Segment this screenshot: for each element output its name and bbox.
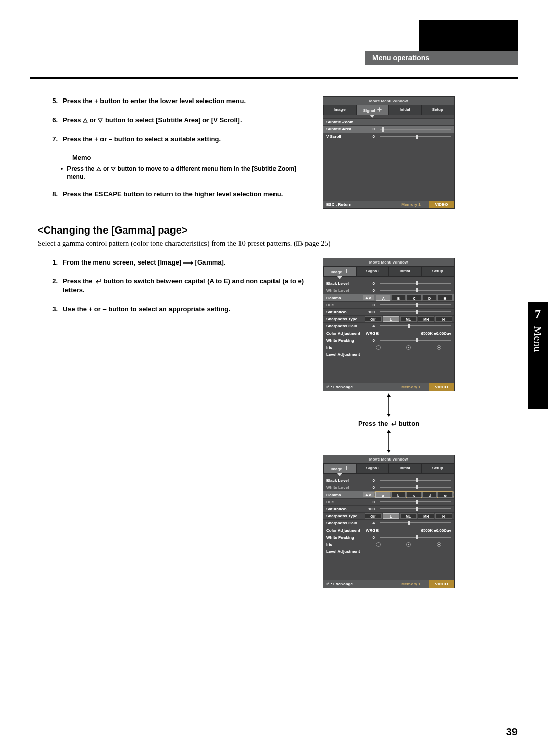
row-sharpness-gain[interactable]: Sharpness Gain4 (323, 322, 454, 330)
tab-image[interactable]: Image (323, 266, 356, 277)
slider[interactable] (380, 325, 451, 326)
section-heading-gamma: <Changing the [Gamma] page> (38, 224, 518, 236)
osd-tabs: Image Signal Initial Setup (323, 266, 454, 277)
row-iris[interactable]: Iris (323, 344, 454, 351)
slider[interactable] (380, 537, 451, 538)
step-7: 7.Press the + or – button to select a su… (49, 135, 307, 144)
row-color-adjustment[interactable]: Color AdjustmentWRGB6500K ±0.000uv (323, 527, 454, 534)
row-v-scroll[interactable]: V Scroll0 (323, 133, 454, 140)
gamma-toggle-badge[interactable]: A a (363, 492, 374, 497)
tab-image[interactable]: Image (323, 105, 356, 115)
tab-signal[interactable]: Signal (356, 463, 389, 474)
row-white-level[interactable]: White Level0 (323, 287, 454, 294)
ca-wrgb: WRGB (366, 331, 379, 336)
tab-signal[interactable]: Signal (356, 105, 389, 115)
tab-setup[interactable]: Setup (422, 463, 455, 474)
slider[interactable] (380, 290, 451, 291)
osd-filler (323, 140, 454, 201)
tab-initial[interactable]: Initial (389, 105, 422, 115)
row-level-adjustment[interactable]: Level Adjustment (323, 548, 454, 555)
row-gamma[interactable]: GammaA aabcde (323, 491, 454, 498)
st-opt[interactable]: Off (365, 316, 382, 322)
gamma-opt[interactable]: A (376, 295, 390, 301)
step-b3: 3.Use the + or – button to select an app… (49, 305, 307, 314)
sharpness-options: OffLMLMHH (363, 513, 454, 519)
footer-video: VIDEO (429, 580, 454, 588)
gamma-opt[interactable]: C (407, 295, 421, 301)
slider[interactable] (380, 136, 451, 137)
st-opt[interactable]: MH (418, 513, 434, 519)
row-sharpness-type[interactable]: Sharpness TypeOffLMLMHH (323, 512, 454, 519)
row-subtitle-zoom[interactable]: Subtitle Zoom (323, 118, 454, 125)
header-section-text: Menu operations (372, 54, 429, 62)
tab-setup[interactable]: Setup (422, 105, 455, 115)
st-opt[interactable]: H (435, 513, 452, 519)
tab-image[interactable]: Image (323, 463, 356, 474)
enter-icon (390, 421, 397, 427)
row-hue[interactable]: Hue0 (323, 301, 454, 308)
gamma-opt[interactable]: B (391, 295, 405, 301)
row-color-adjustment[interactable]: Color AdjustmentWRGB6500K ±0.000uv (323, 330, 454, 337)
tab-setup[interactable]: Setup (422, 266, 455, 277)
ca-k: 6500K ±0.000uv (421, 331, 451, 336)
iris-icon (406, 345, 411, 350)
st-opt[interactable]: ML (400, 513, 417, 519)
gamma-opt[interactable]: a (375, 492, 390, 498)
step-b1: 1.From the menu screen, select [Image] [… (49, 258, 307, 267)
steps-b: 1.From the menu screen, select [Image] [… (49, 258, 307, 314)
iris-icon (437, 345, 441, 350)
gamma-toggle-badge[interactable]: A a (363, 295, 374, 300)
st-opt[interactable]: L (383, 316, 399, 322)
slider[interactable] (380, 487, 451, 488)
ca-k: 6500K ±0.000uv (421, 528, 451, 533)
osd-filler (323, 555, 454, 580)
st-opt[interactable]: MH (418, 316, 434, 322)
tab-signal[interactable]: Signal (356, 266, 389, 277)
gamma-opt[interactable]: e (438, 492, 453, 498)
gamma-opt[interactable]: D (422, 295, 436, 301)
gamma-opt[interactable]: d (422, 492, 437, 498)
row-black-level[interactable]: Black Level0 (323, 280, 454, 287)
row-saturation[interactable]: Saturation100 (323, 505, 454, 512)
row-sharpness-type[interactable]: Sharpness TypeOffLMLMHH (323, 315, 454, 322)
st-opt[interactable]: Off (365, 513, 382, 519)
slider[interactable] (380, 283, 451, 284)
side-tab: 7 Menu (528, 302, 548, 409)
row-level-adjustment[interactable]: Level Adjustment (323, 351, 454, 358)
slider[interactable] (380, 311, 451, 312)
row-saturation[interactable]: Saturation100 (323, 308, 454, 315)
osd-filler (323, 358, 454, 383)
slider[interactable] (380, 522, 451, 523)
osd-footer: ↵ : Exchange Memory 1 VIDEO (323, 383, 454, 391)
osd-body: Subtitle Zoom Subtitle Area0 V Scroll0 (323, 118, 454, 201)
svg-marker-9 (337, 276, 342, 279)
slider[interactable] (380, 508, 451, 509)
tab-initial[interactable]: Initial (389, 463, 422, 474)
row-hue[interactable]: Hue0 (323, 498, 454, 505)
osd-title: Move Menu Window (323, 455, 454, 463)
row-white-peaking[interactable]: White Peaking0 (323, 534, 454, 541)
page: Menu operations 7 Menu 5.Press the + but… (30, 20, 518, 736)
slider[interactable] (380, 480, 451, 481)
row-sharpness-gain[interactable]: Sharpness Gain4 (323, 519, 454, 527)
row-gamma[interactable]: GammaA aABCDE (323, 294, 454, 301)
move-icon (344, 466, 349, 470)
gamma-opt[interactable]: b (391, 492, 406, 498)
row-iris[interactable]: Iris (323, 541, 454, 548)
st-opt[interactable]: L (383, 513, 399, 519)
row-white-peaking[interactable]: White Peaking0 (323, 337, 454, 344)
slider[interactable] (380, 340, 451, 341)
gamma-opt[interactable]: c (407, 492, 422, 498)
row-black-level[interactable]: Black Level0 (323, 477, 454, 484)
slider[interactable] (380, 501, 451, 502)
tab-initial[interactable]: Initial (389, 266, 422, 277)
st-opt[interactable]: ML (400, 316, 417, 322)
section-b: 1.From the menu screen, select [Image] [… (49, 258, 518, 588)
slider[interactable] (380, 129, 451, 130)
row-subtitle-area[interactable]: Subtitle Area0 (323, 125, 454, 133)
gamma-opt[interactable]: E (438, 295, 452, 301)
iris-icon (376, 345, 381, 350)
slider[interactable] (380, 304, 451, 305)
row-white-level[interactable]: White Level0 (323, 484, 454, 491)
st-opt[interactable]: H (435, 316, 452, 322)
